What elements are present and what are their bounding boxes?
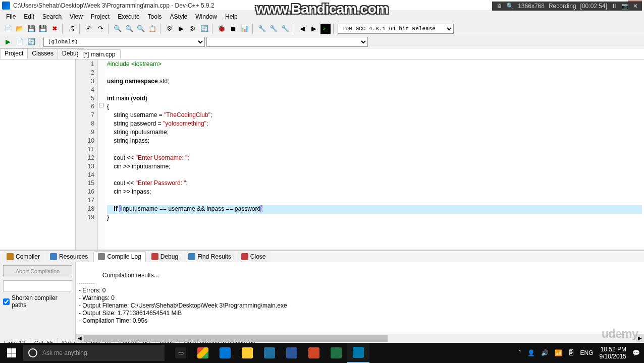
taskbar-word[interactable] [281, 343, 303, 363]
new-file-button[interactable]: 📄 [3, 24, 13, 34]
output-tab-close[interactable]: Close [237, 251, 271, 262]
tray-network-icon[interactable]: 📶 [555, 349, 562, 356]
tray-battery-icon[interactable]: 🗄 [568, 349, 574, 356]
side-tabs: ProjectClassesDebug [0, 48, 75, 59]
taskbar-devcpp[interactable] [347, 343, 369, 363]
system-tray[interactable]: ˄ 👤 🔊 📶 🗄 ENG 10:52 PM 9/10/2015 💬 [518, 346, 644, 360]
menu-project[interactable]: Project [87, 12, 114, 21]
find-in-files-button[interactable]: 🔍 [136, 24, 146, 34]
goto-bookmark-button[interactable]: ◀ [297, 24, 307, 34]
taskbar-powerpoint[interactable] [303, 343, 325, 363]
run-button[interactable]: ▶ [176, 24, 186, 34]
menu-edit[interactable]: Edit [20, 12, 38, 21]
refresh-button[interactable]: 🔄 [26, 37, 36, 47]
fold-column[interactable]: − [98, 59, 105, 250]
side-tab-project[interactable]: Project [0, 48, 28, 59]
scope-select[interactable]: (globals) [43, 37, 205, 47]
camera-icon[interactable]: 📷 [621, 3, 629, 10]
editor-panel: [*] main.cpp 123456789101112131415161718… [76, 48, 644, 250]
rec-close-icon[interactable]: ✕ [633, 3, 638, 10]
save-all-button[interactable]: 💾 [38, 24, 48, 34]
tool1-button[interactable]: 🔧 [257, 24, 267, 34]
compile-progress [3, 280, 72, 291]
menu-file[interactable]: File [2, 12, 20, 21]
side-panel: ProjectClassesDebug [0, 48, 76, 250]
powerpoint-icon [308, 347, 319, 358]
taskbar-excel[interactable] [325, 343, 347, 363]
scope-toolbar: ▶ 📄 🔄 (globals) [0, 35, 644, 48]
find-button[interactable]: 🔍 [113, 24, 123, 34]
menu-window[interactable]: Window [191, 12, 221, 21]
cortana-search[interactable]: Ask me anything [23, 345, 165, 361]
output-tab-find-results[interactable]: Find Results [184, 251, 236, 262]
devcpp-icon [353, 347, 364, 358]
taskbar-task-view[interactable]: ▭ [170, 343, 192, 363]
print-button[interactable]: 🖨 [67, 24, 77, 34]
pause-icon[interactable]: ⏸ [611, 3, 617, 10]
cmd-button[interactable]: >_ [320, 24, 331, 34]
taskbar-store[interactable] [258, 343, 281, 363]
tray-volume-icon[interactable]: 🔊 [541, 349, 549, 356]
goto-button[interactable]: 📋 [147, 24, 157, 34]
tray-chevron-icon[interactable]: ˄ [518, 349, 521, 356]
taskbar-edge[interactable] [214, 343, 236, 363]
rebuild-button[interactable]: 🔄 [199, 24, 209, 34]
tray-notifications-icon[interactable]: 💬 [632, 349, 640, 356]
output-hscrollbar[interactable]: ◀ ▶ [76, 334, 644, 342]
taskbar-chrome[interactable] [192, 343, 214, 363]
tool3-button[interactable]: 🔧 [280, 24, 290, 34]
member-select[interactable] [206, 37, 368, 47]
tray-lang[interactable]: ENG [580, 349, 594, 356]
scroll-right-icon[interactable]: ▶ [636, 334, 644, 342]
stop-button[interactable]: ⏹ [228, 24, 238, 34]
monitor-icon: 🖥 [496, 3, 502, 10]
tool2-button[interactable]: 🔧 [269, 24, 279, 34]
tab-icon [188, 253, 195, 260]
replace-button[interactable]: 🔍 [124, 24, 134, 34]
compiler-select[interactable]: TDM-GCC 4.8.1 64-bit Release [338, 24, 454, 34]
side-tab-classes[interactable]: Classes [27, 48, 58, 59]
start-button[interactable] [0, 343, 23, 363]
shorten-paths-checkbox[interactable]: Shorten compiler paths [3, 294, 72, 309]
close-file-button[interactable]: ✖ [49, 24, 60, 34]
output-tab-compile-log[interactable]: Compile Log [93, 251, 145, 262]
compile-button[interactable]: ⚙ [165, 24, 175, 34]
compile-run-button[interactable]: ⚙ [188, 24, 198, 34]
edge-icon [220, 347, 231, 358]
tab-icon [50, 253, 57, 260]
scroll-thumb[interactable] [84, 335, 388, 342]
save-button[interactable]: 💾 [26, 24, 36, 34]
task-view-icon: ▭ [175, 347, 186, 358]
toggle-bookmark-button[interactable]: ▶ [309, 24, 319, 34]
menu-astyle[interactable]: AStyle [166, 12, 192, 21]
tray-people-icon[interactable]: 👤 [527, 349, 535, 356]
shorten-paths-input[interactable] [3, 298, 10, 305]
output-tab-compiler[interactable]: Compiler [2, 251, 44, 262]
file-tab-main[interactable]: [*] main.cpp [78, 49, 121, 59]
debug-button[interactable]: 🐞 [217, 24, 227, 34]
fold-toggle-icon[interactable]: − [99, 103, 103, 107]
taskbar-file-explorer[interactable] [236, 343, 258, 363]
menu-execute[interactable]: Execute [114, 12, 143, 21]
redo-button[interactable]: ↷ [95, 24, 105, 34]
menu-search[interactable]: Search [38, 12, 66, 21]
code-lines[interactable]: #include <iostream>using namespace std;i… [105, 59, 644, 250]
menu-help[interactable]: Help [221, 12, 242, 21]
taskbar: Ask me anything ▭ ˄ 👤 🔊 📶 🗄 ENG 10:52 PM… [0, 343, 644, 363]
code-editor[interactable]: 12345678910111213141516171819 − #include… [76, 59, 644, 250]
open-button[interactable]: 📂 [15, 24, 25, 34]
output-tab-resources[interactable]: Resources [45, 251, 92, 262]
run-icon[interactable]: ▶ [3, 37, 13, 47]
new-class-button[interactable]: 📄 [15, 37, 25, 47]
profile-button[interactable]: 📊 [240, 24, 250, 34]
scroll-left-icon[interactable]: ◀ [76, 334, 84, 342]
output-tab-debug[interactable]: Debug [147, 251, 183, 262]
undo-button[interactable]: ↶ [84, 24, 94, 34]
compile-log-output[interactable]: Compilation results... -------- - Errors… [76, 262, 644, 342]
menu-tools[interactable]: Tools [144, 12, 166, 21]
menubar: FileEditSearchViewProjectExecuteToolsASt… [0, 11, 644, 22]
rec-status: Recording [549, 3, 576, 10]
tray-clock[interactable]: 10:52 PM 9/10/2015 [600, 346, 626, 360]
menu-view[interactable]: View [66, 12, 87, 21]
app-icon [2, 2, 10, 10]
